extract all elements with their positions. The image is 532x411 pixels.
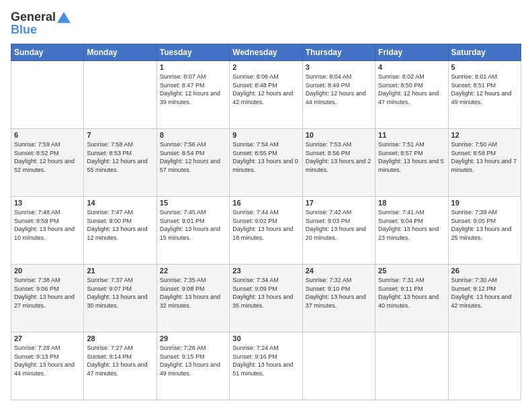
calendar-cell: 21Sunrise: 7:37 AM Sunset: 9:07 PM Dayli…: [84, 265, 157, 332]
logo-text: General: [11, 11, 56, 24]
day-number: 30: [232, 334, 299, 342]
day-number: 19: [451, 199, 518, 207]
day-info: Sunrise: 8:06 AM Sunset: 8:48 PM Dayligh…: [232, 73, 299, 106]
logo-blue: Blue: [11, 23, 71, 37]
week-row-1: 1Sunrise: 8:07 AM Sunset: 8:47 PM Daylig…: [11, 61, 521, 129]
calendar-cell: [375, 332, 448, 400]
calendar-cell: 27Sunrise: 7:28 AM Sunset: 9:13 PM Dayli…: [11, 332, 84, 400]
day-number: 11: [378, 131, 445, 139]
day-info: Sunrise: 7:54 AM Sunset: 8:55 PM Dayligh…: [232, 140, 299, 174]
calendar: SundayMondayTuesdayWednesdayThursdayFrid…: [11, 44, 521, 400]
calendar-cell: 2Sunrise: 8:06 AM Sunset: 8:48 PM Daylig…: [230, 61, 302, 129]
calendar-cell: 8Sunrise: 7:56 AM Sunset: 8:54 PM Daylig…: [157, 129, 229, 197]
day-number: 8: [160, 131, 226, 139]
day-header-tuesday: Tuesday: [157, 44, 229, 61]
calendar-cell: 29Sunrise: 7:26 AM Sunset: 9:15 PM Dayli…: [157, 332, 229, 400]
day-number: 26: [451, 267, 518, 275]
calendar-cell: [448, 332, 521, 400]
day-info: Sunrise: 7:30 AM Sunset: 9:12 PM Dayligh…: [451, 276, 518, 310]
day-number: 17: [306, 199, 372, 207]
day-info: Sunrise: 7:56 AM Sunset: 8:54 PM Dayligh…: [160, 140, 226, 174]
day-info: Sunrise: 7:53 AM Sunset: 8:56 PM Dayligh…: [306, 140, 372, 174]
day-number: 6: [14, 131, 81, 139]
day-info: Sunrise: 7:28 AM Sunset: 9:13 PM Dayligh…: [14, 344, 81, 377]
page: General Blue SundayMondayTuesdayWednesda…: [0, 0, 532, 411]
day-info: Sunrise: 7:38 AM Sunset: 9:06 PM Dayligh…: [14, 276, 81, 310]
day-info: Sunrise: 8:04 AM Sunset: 8:49 PM Dayligh…: [306, 73, 372, 106]
calendar-cell: 5Sunrise: 8:01 AM Sunset: 8:51 PM Daylig…: [448, 61, 521, 129]
calendar-cell: [11, 61, 84, 129]
calendar-header-row: SundayMondayTuesdayWednesdayThursdayFrid…: [11, 44, 521, 61]
day-number: 24: [306, 267, 372, 275]
calendar-cell: 9Sunrise: 7:54 AM Sunset: 8:55 PM Daylig…: [230, 129, 302, 197]
day-number: 22: [160, 267, 226, 275]
day-info: Sunrise: 7:51 AM Sunset: 8:57 PM Dayligh…: [378, 140, 445, 174]
calendar-cell: 16Sunrise: 7:44 AM Sunset: 9:02 PM Dayli…: [230, 197, 302, 265]
calendar-cell: 25Sunrise: 7:31 AM Sunset: 9:11 PM Dayli…: [375, 265, 448, 332]
day-number: 12: [451, 131, 518, 139]
calendar-cell: 24Sunrise: 7:32 AM Sunset: 9:10 PM Dayli…: [302, 265, 375, 332]
calendar-cell: 7Sunrise: 7:58 AM Sunset: 8:53 PM Daylig…: [84, 129, 157, 197]
week-row-2: 6Sunrise: 7:59 AM Sunset: 8:52 PM Daylig…: [11, 129, 521, 197]
logo-icon: [57, 11, 71, 24]
day-number: 15: [160, 199, 226, 207]
week-row-4: 20Sunrise: 7:38 AM Sunset: 9:06 PM Dayli…: [11, 265, 521, 332]
day-info: Sunrise: 8:01 AM Sunset: 8:51 PM Dayligh…: [451, 73, 518, 106]
day-info: Sunrise: 7:42 AM Sunset: 9:03 PM Dayligh…: [306, 208, 372, 242]
day-number: 7: [87, 131, 153, 139]
svg-marker-0: [57, 12, 71, 24]
day-number: 1: [160, 63, 226, 71]
day-info: Sunrise: 7:47 AM Sunset: 9:00 PM Dayligh…: [87, 208, 153, 242]
day-number: 4: [378, 63, 445, 71]
calendar-cell: 20Sunrise: 7:38 AM Sunset: 9:06 PM Dayli…: [11, 265, 84, 332]
day-number: 3: [306, 63, 372, 71]
calendar-cell: 17Sunrise: 7:42 AM Sunset: 9:03 PM Dayli…: [302, 197, 375, 265]
header: General Blue: [11, 11, 521, 37]
calendar-cell: 10Sunrise: 7:53 AM Sunset: 8:56 PM Dayli…: [302, 129, 375, 197]
day-number: 16: [232, 199, 299, 207]
calendar-cell: 12Sunrise: 7:50 AM Sunset: 8:58 PM Dayli…: [448, 129, 521, 197]
day-info: Sunrise: 7:26 AM Sunset: 9:15 PM Dayligh…: [160, 344, 226, 377]
calendar-cell: 6Sunrise: 7:59 AM Sunset: 8:52 PM Daylig…: [11, 129, 84, 197]
day-info: Sunrise: 7:35 AM Sunset: 9:08 PM Dayligh…: [160, 276, 226, 310]
calendar-cell: 19Sunrise: 7:39 AM Sunset: 9:05 PM Dayli…: [448, 197, 521, 265]
day-header-monday: Monday: [84, 44, 157, 61]
logo: General Blue: [11, 11, 71, 37]
day-info: Sunrise: 7:34 AM Sunset: 9:09 PM Dayligh…: [232, 276, 299, 310]
day-header-thursday: Thursday: [302, 44, 375, 61]
day-number: 21: [87, 267, 153, 275]
day-number: 13: [14, 199, 81, 207]
day-number: 10: [306, 131, 372, 139]
day-info: Sunrise: 7:39 AM Sunset: 9:05 PM Dayligh…: [451, 208, 518, 242]
day-header-sunday: Sunday: [11, 44, 84, 61]
day-info: Sunrise: 7:37 AM Sunset: 9:07 PM Dayligh…: [87, 276, 153, 310]
calendar-cell: 18Sunrise: 7:41 AM Sunset: 9:04 PM Dayli…: [375, 197, 448, 265]
day-number: 2: [232, 63, 299, 71]
day-number: 20: [14, 267, 81, 275]
calendar-cell: [84, 61, 157, 129]
calendar-cell: 4Sunrise: 8:02 AM Sunset: 8:50 PM Daylig…: [375, 61, 448, 129]
day-info: Sunrise: 8:07 AM Sunset: 8:47 PM Dayligh…: [160, 73, 226, 106]
day-header-saturday: Saturday: [448, 44, 521, 61]
day-number: 28: [87, 334, 153, 342]
calendar-cell: 14Sunrise: 7:47 AM Sunset: 9:00 PM Dayli…: [84, 197, 157, 265]
calendar-cell: 15Sunrise: 7:45 AM Sunset: 9:01 PM Dayli…: [157, 197, 229, 265]
day-info: Sunrise: 7:41 AM Sunset: 9:04 PM Dayligh…: [378, 208, 445, 242]
calendar-cell: 28Sunrise: 7:27 AM Sunset: 9:14 PM Dayli…: [84, 332, 157, 400]
day-info: Sunrise: 7:58 AM Sunset: 8:53 PM Dayligh…: [87, 140, 153, 174]
calendar-cell: 3Sunrise: 8:04 AM Sunset: 8:49 PM Daylig…: [302, 61, 375, 129]
week-row-3: 13Sunrise: 7:48 AM Sunset: 8:59 PM Dayli…: [11, 197, 521, 265]
day-info: Sunrise: 7:59 AM Sunset: 8:52 PM Dayligh…: [14, 140, 81, 174]
day-info: Sunrise: 7:31 AM Sunset: 9:11 PM Dayligh…: [378, 276, 445, 310]
day-number: 29: [160, 334, 226, 342]
day-info: Sunrise: 7:44 AM Sunset: 9:02 PM Dayligh…: [232, 208, 299, 242]
week-row-5: 27Sunrise: 7:28 AM Sunset: 9:13 PM Dayli…: [11, 332, 521, 400]
day-number: 5: [451, 63, 518, 71]
calendar-cell: 1Sunrise: 8:07 AM Sunset: 8:47 PM Daylig…: [157, 61, 229, 129]
calendar-cell: 23Sunrise: 7:34 AM Sunset: 9:09 PM Dayli…: [230, 265, 302, 332]
day-number: 27: [14, 334, 81, 342]
calendar-cell: 22Sunrise: 7:35 AM Sunset: 9:08 PM Dayli…: [157, 265, 229, 332]
day-info: Sunrise: 8:02 AM Sunset: 8:50 PM Dayligh…: [378, 73, 445, 106]
calendar-cell: 26Sunrise: 7:30 AM Sunset: 9:12 PM Dayli…: [448, 265, 521, 332]
day-info: Sunrise: 7:32 AM Sunset: 9:10 PM Dayligh…: [306, 276, 372, 310]
